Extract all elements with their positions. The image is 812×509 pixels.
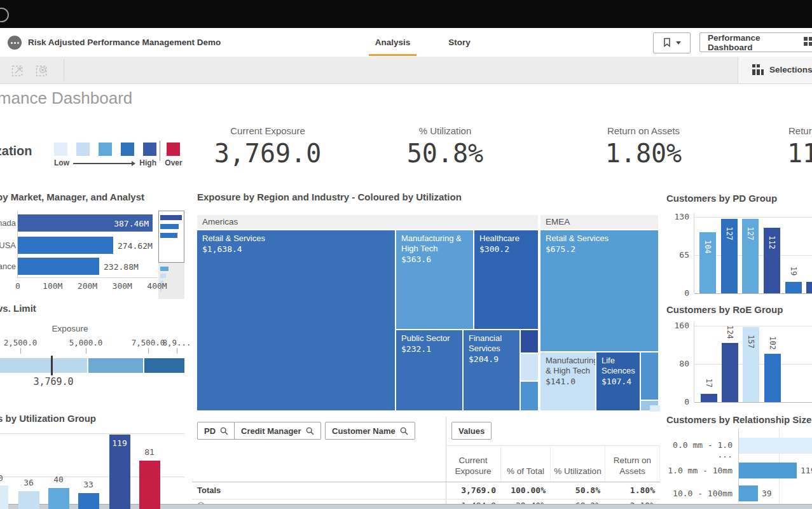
- tab-story[interactable]: Story: [442, 28, 477, 55]
- totals-value: 50.8%: [551, 485, 600, 495]
- sheet-selector-button[interactable]: Performance Dashboard: [699, 32, 812, 52]
- column-separator: [605, 446, 605, 481]
- treemap-tile[interactable]: Public Sector$232.1: [396, 330, 462, 410]
- y-tick-label: 80: [666, 359, 689, 368]
- totals-value: 1.80%: [605, 485, 655, 495]
- kpi-clipped-value: 11: [787, 139, 812, 168]
- y-axis: [694, 213, 694, 293]
- category-label: 10.0 - 100mm: [661, 489, 733, 498]
- treemap-tile-small[interactable]: [521, 330, 538, 352]
- treemap-section-americas[interactable]: Americas: [197, 215, 538, 229]
- bar-value-label: 104: [703, 233, 712, 261]
- treemap-title: Exposure by Region and Industry - Colour…: [197, 192, 462, 202]
- bar[interactable]: [0, 485, 8, 509]
- gauge-tick-mark: [86, 348, 86, 354]
- search-icon: [220, 427, 228, 435]
- bar-value-label: 387.46M: [104, 219, 149, 228]
- filter-chip-customer-name[interactable]: Customer Name: [325, 422, 415, 440]
- x-tick-label: 0: [0, 281, 37, 291]
- treemap-tile[interactable]: Retail & Services$1,638.4: [197, 230, 395, 410]
- legend-title: Utilization: [0, 144, 32, 158]
- app-menu-icon[interactable]: [8, 36, 22, 50]
- legend-arrow-head-icon: [132, 161, 135, 166]
- legend-swatch: [121, 143, 134, 156]
- bar-value-label: 102: [768, 329, 777, 357]
- y-tick-label: 130: [666, 212, 689, 221]
- bar[interactable]: [739, 463, 797, 478]
- market-x-axis: [17, 277, 158, 278]
- treemap-tile[interactable]: Manufacturing & High Tech$363.6: [396, 230, 473, 329]
- tile-name: Public Sector: [401, 333, 457, 344]
- market-chart-title: by Market, Manager, and Analyst: [0, 192, 144, 202]
- bar[interactable]: [139, 461, 160, 509]
- filter-chip-credit-manager[interactable]: Credit Manager: [234, 422, 321, 440]
- sheet-button-label: Performance Dashboard: [708, 33, 797, 52]
- bookmark-button[interactable]: [653, 32, 691, 53]
- bar[interactable]: [806, 282, 812, 293]
- bar[interactable]: [78, 493, 99, 509]
- column-header[interactable]: Current Exposure: [446, 447, 500, 481]
- treemap-tile-small[interactable]: [521, 382, 538, 410]
- bar[interactable]: [739, 485, 758, 501]
- bar[interactable]: [722, 343, 738, 402]
- legend-divider: [160, 141, 160, 161]
- values-chip[interactable]: Values: [451, 422, 492, 440]
- column-header[interactable]: % of Total: [501, 447, 550, 481]
- treemap-tile[interactable]: Financial Services$204.9: [464, 330, 520, 410]
- treemap-tile-small[interactable]: [641, 352, 658, 400]
- step-forward-selection-button[interactable]: [9, 61, 27, 79]
- column-header[interactable]: Return on Assets: [605, 447, 659, 481]
- minimap-viewport[interactable]: [158, 211, 184, 263]
- treemap-tile-small[interactable]: [650, 405, 660, 412]
- active-tab-underline: [369, 54, 416, 56]
- bar-value-label: 36: [13, 478, 45, 487]
- gauge-tick-label: 2,500.0: [1, 338, 39, 347]
- tab-analysis[interactable]: Analysis: [369, 28, 416, 55]
- category-label: ance: [0, 261, 16, 271]
- gauge-value-label: 3,769.0: [22, 376, 85, 387]
- gridline: [0, 433, 184, 434]
- gauge-tick-mark: [20, 348, 21, 354]
- treemap-tile[interactable]: Retail & Services$675.2: [540, 230, 658, 351]
- bar[interactable]: [18, 491, 39, 509]
- column-separator: [500, 446, 501, 481]
- bar[interactable]: [18, 258, 99, 275]
- treemap-section-emea[interactable]: EMEA: [540, 215, 658, 229]
- search-icon: [400, 427, 408, 435]
- bar-value-label: 232.88M: [104, 262, 139, 272]
- bar-value-label: 81: [134, 447, 165, 457]
- tile-name: Retail & Services: [202, 234, 390, 244]
- bookmark-icon: [663, 38, 671, 49]
- bar[interactable]: [48, 488, 69, 509]
- treemap-tile[interactable]: Life Sciences$107.4: [596, 352, 640, 410]
- totals-value: 3,769.0: [446, 485, 496, 495]
- tile-value: $363.6: [401, 254, 468, 265]
- kpi-utilization-label: % Utilization: [382, 125, 509, 136]
- clear-selections-button[interactable]: [33, 61, 51, 79]
- bar-value-label: 112: [767, 228, 776, 256]
- bar-value-label: 127: [725, 220, 734, 248]
- treemap-tile[interactable]: Manufacturing & High Tech$141.0: [540, 352, 595, 410]
- gauge-segment[interactable]: [0, 358, 87, 373]
- kpi-return-on-assets-value: 1.80%: [548, 139, 739, 168]
- app-title: Risk Adjusted Performance Management Dem…: [28, 28, 221, 57]
- pivot-totals-label: Totals: [197, 485, 221, 495]
- bar-value-label: 119: [801, 466, 812, 475]
- step-forward-icon: [11, 64, 25, 77]
- bar[interactable]: [739, 438, 812, 454]
- utilization-chart-title: s by Utilization Group: [0, 413, 96, 424]
- gauge-segment[interactable]: [144, 358, 184, 373]
- tile-value: $141.0: [546, 377, 590, 387]
- treemap-tile-small[interactable]: [521, 354, 538, 380]
- filter-chip-pd[interactable]: PD: [197, 422, 235, 440]
- column-header[interactable]: % Utilization: [551, 447, 605, 481]
- tile-name: Retail & Services: [546, 234, 653, 244]
- category-label: nada: [0, 218, 16, 228]
- treemap-tile[interactable]: Healthcare$300.2: [474, 230, 538, 329]
- x-tick-label: 100M: [34, 281, 72, 291]
- gauge-segment[interactable]: [88, 358, 143, 373]
- bar[interactable]: [18, 237, 113, 254]
- bar[interactable]: [764, 354, 781, 402]
- tile-value: $232.1: [401, 344, 457, 354]
- y-tick-label: 160: [666, 321, 689, 330]
